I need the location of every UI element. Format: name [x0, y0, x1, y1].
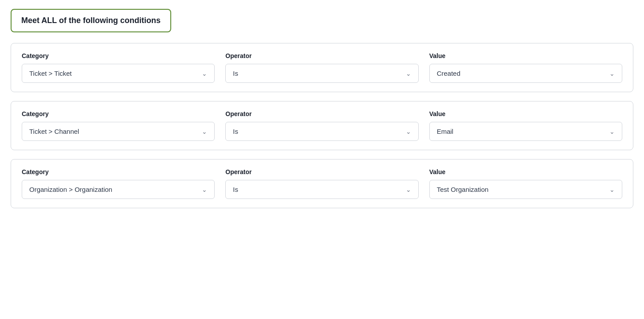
operator-chevron-icon-1: ⌄ [406, 70, 411, 77]
value-chevron-icon-1: ⌄ [609, 70, 615, 77]
category-select-1[interactable]: Ticket > Ticket ⌄ [22, 64, 215, 83]
category-chevron-icon-3: ⌄ [202, 186, 207, 193]
condition-row-2: Category Ticket > Channel ⌄ Operator Is … [11, 101, 633, 150]
operator-group-2: Operator Is ⌄ [225, 110, 418, 141]
value-select-3[interactable]: Test Organization ⌄ [429, 180, 622, 199]
operator-select-3[interactable]: Is ⌄ [225, 180, 418, 199]
value-group-1: Value Created ⌄ [429, 52, 622, 83]
operator-value-3: Is [233, 186, 405, 193]
operator-value-1: Is [233, 70, 405, 77]
operator-label-3: Operator [225, 168, 418, 175]
operator-group-3: Operator Is ⌄ [225, 168, 418, 199]
category-label-3: Category [22, 168, 215, 175]
operator-chevron-icon-2: ⌄ [406, 128, 411, 135]
conditions-list: Category Ticket > Ticket ⌄ Operator Is ⌄… [11, 43, 633, 208]
operator-group-1: Operator Is ⌄ [225, 52, 418, 83]
row-fields-2: Category Ticket > Channel ⌄ Operator Is … [22, 110, 622, 141]
category-label-1: Category [22, 52, 215, 59]
category-group-3: Category Organization > Organization ⌄ [22, 168, 215, 199]
value-label-3: Value [429, 168, 622, 175]
category-chevron-icon-2: ⌄ [202, 128, 207, 135]
value-chevron-icon-3: ⌄ [609, 186, 615, 193]
value-label-1: Value [429, 52, 622, 59]
conditions-header: Meet ALL of the following conditions [11, 9, 171, 32]
category-value-3: Organization > Organization [29, 186, 202, 193]
condition-row-3: Category Organization > Organization ⌄ O… [11, 159, 633, 208]
operator-value-2: Is [233, 128, 405, 135]
operator-select-2[interactable]: Is ⌄ [225, 122, 418, 141]
operator-select-1[interactable]: Is ⌄ [225, 64, 418, 83]
category-group-2: Category Ticket > Channel ⌄ [22, 110, 215, 141]
value-value-1: Created [437, 70, 609, 77]
condition-row-1: Category Ticket > Ticket ⌄ Operator Is ⌄… [11, 43, 633, 92]
value-select-2[interactable]: Email ⌄ [429, 122, 622, 141]
operator-label-2: Operator [225, 110, 418, 117]
value-label-2: Value [429, 110, 622, 117]
value-value-2: Email [437, 128, 609, 135]
operator-label-1: Operator [225, 52, 418, 59]
value-group-3: Value Test Organization ⌄ [429, 168, 622, 199]
category-chevron-icon-1: ⌄ [202, 70, 207, 77]
row-fields-1: Category Ticket > Ticket ⌄ Operator Is ⌄… [22, 52, 622, 83]
category-value-2: Ticket > Channel [29, 128, 202, 135]
category-label-2: Category [22, 110, 215, 117]
category-select-3[interactable]: Organization > Organization ⌄ [22, 180, 215, 199]
operator-chevron-icon-3: ⌄ [406, 186, 411, 193]
value-value-3: Test Organization [437, 186, 609, 193]
value-chevron-icon-2: ⌄ [609, 128, 615, 135]
category-value-1: Ticket > Ticket [29, 70, 202, 77]
value-group-2: Value Email ⌄ [429, 110, 622, 141]
row-fields-3: Category Organization > Organization ⌄ O… [22, 168, 622, 199]
category-select-2[interactable]: Ticket > Channel ⌄ [22, 122, 215, 141]
value-select-1[interactable]: Created ⌄ [429, 64, 622, 83]
category-group-1: Category Ticket > Ticket ⌄ [22, 52, 215, 83]
